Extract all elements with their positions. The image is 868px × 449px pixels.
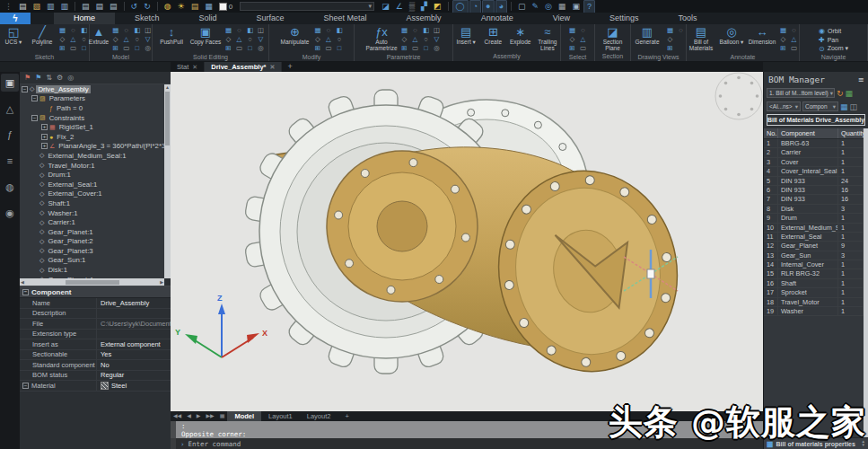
hamburger-menu-icon[interactable]: ≡	[858, 75, 864, 84]
property-value[interactable]: Yes	[97, 350, 171, 358]
save-icon[interactable]: ▥	[44, 1, 57, 13]
tool-icon[interactable]: △	[789, 35, 799, 44]
property-row[interactable]: SectionableYes	[20, 350, 171, 361]
bom-row[interactable]: 9Drum1	[764, 214, 864, 223]
bom-row[interactable]: 4Cover_Interal_Seal1	[764, 167, 864, 176]
bom-column-header[interactable]: No.	[764, 128, 778, 138]
property-row[interactable]: Extension type	[20, 330, 171, 340]
insert-table-icon[interactable]: ▦	[840, 102, 848, 111]
find-replace-icon[interactable]: ◫	[850, 102, 858, 111]
bom-row[interactable]: 8Disk3	[764, 205, 864, 214]
grip-handle[interactable]: ⋮	[2, 1, 15, 13]
bill-of-materials-button[interactable]: ▤Bill of Materials	[687, 25, 715, 51]
tree-item[interactable]: ◇External_Seal:1	[20, 180, 164, 189]
match-properties-icon[interactable]: ◪	[379, 1, 392, 13]
explode-button[interactable]: ∗Explode	[508, 25, 533, 46]
tool-icon[interactable]: ▦	[665, 26, 675, 35]
tree-item[interactable]: ◇Drum:1	[20, 170, 164, 180]
tree-item[interactable]: ◇Carrier:1	[20, 217, 164, 227]
bom-row[interactable]: 16Shaft1	[764, 279, 864, 288]
property-value[interactable]: External component	[97, 340, 171, 348]
auto-parametrize-button[interactable]: ƒxAuto Parametrize	[365, 25, 398, 51]
tool-icon[interactable]: ▭	[68, 44, 78, 53]
tool-icon[interactable]: ▭	[121, 44, 131, 53]
tool-icon[interactable]: ◎	[432, 44, 442, 53]
tool-icon[interactable]: ○	[132, 35, 142, 44]
tool-icon[interactable]: ◎	[256, 44, 266, 53]
tool-icon[interactable]: ◇	[313, 35, 323, 44]
property-value[interactable]: C:\Users\yyk\Documents\Bric	[97, 320, 171, 328]
bom-row[interactable]: 11External_Seal1	[764, 233, 864, 242]
bom-row[interactable]: 10External_Medium_Seal1	[764, 224, 864, 233]
freeze-layer-icon[interactable]: ▦	[202, 1, 215, 13]
warning-panel-icon[interactable]: △	[1, 100, 19, 118]
ribbon-tab-surface[interactable]: Surface	[237, 13, 304, 24]
add-layout-button[interactable]: +	[338, 411, 355, 421]
ribbon-tab-view[interactable]: View	[533, 13, 590, 24]
tool-icon[interactable]: ○	[335, 35, 345, 44]
tool-icon[interactable]: □	[335, 44, 345, 53]
property-row[interactable]: Insert asExternal component	[20, 339, 171, 350]
dimension-button[interactable]: ↔Dimension	[748, 25, 776, 46]
tool-icon[interactable]: △	[410, 35, 420, 44]
tree-vertical-scrollbar[interactable]: ▲	[164, 84, 171, 278]
collapse-icon[interactable]: −	[22, 86, 28, 92]
undo-icon[interactable]: ↺	[128, 1, 141, 13]
tool-icon[interactable]: ◎	[143, 44, 153, 53]
flag-red-icon[interactable]: ⚑	[24, 74, 31, 82]
shade-wireframe-icon[interactable]: ◯	[452, 0, 469, 13]
tool-icon[interactable]: ○	[421, 35, 431, 44]
insert-button[interactable]: ▤Insert ▾	[453, 25, 478, 46]
tool-icon[interactable]: ▦	[57, 26, 67, 35]
layout-nav-button[interactable]: ▶▶	[203, 411, 216, 421]
copy-faces-button[interactable]: ▣Copy Faces	[189, 25, 222, 46]
close-tab-icon[interactable]: ✕	[270, 64, 276, 71]
tree-item[interactable]: ◇Gear_Planet:3	[20, 246, 164, 256]
bom-row[interactable]: 12Gear_Planet9	[764, 242, 864, 251]
bom-column-header[interactable]: Component	[778, 128, 838, 138]
bom-grouping-dropdown[interactable]: Compon▾	[802, 101, 838, 111]
command-history[interactable]: : Opposite corner:	[171, 421, 763, 438]
shade-gouraud-icon[interactable]: ●	[482, 0, 494, 13]
collapse-icon[interactable]: −	[22, 289, 29, 295]
bom-level-dropdown[interactable]: 1. Bill of M...ttom level)▾	[767, 88, 835, 98]
extrude-button[interactable]: ▲Extrude	[89, 25, 109, 46]
tool-icon[interactable]: ◌	[234, 26, 244, 35]
tool-icon[interactable]: □	[79, 44, 89, 53]
tool-icon[interactable]: ▦	[313, 26, 323, 35]
tree-item[interactable]: −▨Parameters	[20, 94, 164, 104]
tips-panel-icon[interactable]: ◍	[1, 178, 19, 196]
manipulate-button[interactable]: ⊕Manipulate	[279, 25, 311, 46]
viewport-canvas[interactable]: ZYX	[171, 72, 763, 411]
expand-icon[interactable]: +	[41, 143, 48, 149]
tool-icon[interactable]: ◧	[245, 26, 255, 35]
tree-item[interactable]: +∠PlanarAngle_3 = 360*Path/(PI*2*335)	[20, 142, 164, 152]
help-icon[interactable]: ?	[583, 0, 595, 13]
expand-icon[interactable]: +	[41, 134, 48, 140]
tool-icon[interactable]: □	[245, 44, 255, 53]
tool-icon[interactable]: ▽	[256, 35, 266, 44]
expand-icon[interactable]: +	[41, 124, 48, 130]
ribbon-tab-sheet-metal[interactable]: Sheet Metal	[304, 13, 387, 24]
document-tab[interactable]: Drive_Assembly*✕	[205, 62, 282, 72]
bom-row[interactable]: 5DIN 93324	[764, 177, 864, 186]
footer-scroll-arrows[interactable]: ▲▼	[862, 440, 865, 448]
tree-item[interactable]: ◇Gear_Planet:1	[20, 227, 164, 237]
bom-row[interactable]: 15RLR BRG-321	[764, 269, 864, 278]
ucs-button[interactable]: ◱UCS ▾	[0, 25, 27, 46]
tool-icon[interactable]: ○	[245, 35, 255, 44]
bom-row[interactable]: 14Internal_Cover1	[764, 260, 864, 269]
new-file-icon[interactable]: ▤	[16, 1, 30, 13]
property-value[interactable]: No	[97, 361, 171, 369]
measure-icon[interactable]: ∠	[393, 1, 406, 13]
render-image-icon[interactable]: ▣	[569, 1, 583, 13]
tool-icon[interactable]: ▽	[432, 35, 442, 44]
tool-icon[interactable]: ◌	[410, 26, 420, 35]
property-row[interactable]: −MaterialSteel	[20, 381, 171, 392]
tool-icon[interactable]: ◧	[132, 26, 142, 35]
tool-icon[interactable]: △	[234, 35, 244, 44]
command-input[interactable]: › Enter command	[171, 438, 763, 449]
zoom-extents-icon[interactable]: ◎	[542, 1, 555, 13]
tool-icon[interactable]: ◇	[778, 35, 788, 44]
tool-icon[interactable]: ◇	[399, 35, 409, 44]
